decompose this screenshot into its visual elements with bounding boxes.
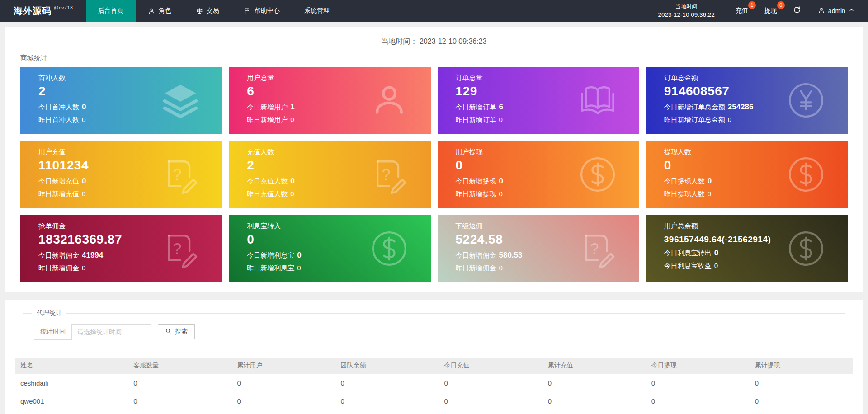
stat-card: 用户充值 1101234 今日新增充值0 昨日新增充值0 ? xyxy=(20,141,222,208)
stat-line-label: 今日新增佣金 xyxy=(456,251,496,259)
nav-item-trade[interactable]: 交易 xyxy=(184,0,231,22)
search-button[interactable]: 搜索 xyxy=(158,324,195,339)
user-icon xyxy=(818,7,825,15)
stat-line-value: 0 xyxy=(82,103,86,111)
user-icon xyxy=(368,80,410,121)
svg-text:?: ? xyxy=(382,166,390,183)
table-cell: 123777 xyxy=(15,410,128,414)
refresh-button[interactable] xyxy=(785,0,809,22)
table-row: 1237770000000 xyxy=(15,410,853,414)
svg-text:?: ? xyxy=(173,166,181,183)
overview-panel: 当地时间： 2023-12-10 09:36:23 商城统计 首冲人数 2 今日… xyxy=(5,27,863,292)
stat-line-value: 41994 xyxy=(82,251,103,259)
table-cell: 0 xyxy=(231,374,335,392)
withdraw-button[interactable]: 提现 0 xyxy=(756,0,785,22)
stat-line-value: 580.53 xyxy=(499,251,523,259)
table-cell: 0 xyxy=(231,392,335,410)
stat-card: 充值人数 2 今日充值人数0 昨日充值人数0 ? xyxy=(229,141,430,208)
stat-line-label: 今日利息宝转出 xyxy=(664,249,712,257)
stat-line-value: 0 xyxy=(297,264,301,272)
scales-icon xyxy=(196,7,203,15)
table-header-cell: 累计充值 xyxy=(542,358,646,374)
stat-line-value: 0 xyxy=(82,190,85,198)
stat-line-label: 今日首冲人数 xyxy=(38,103,79,111)
svg-text:?: ? xyxy=(590,240,599,257)
stat-card: 下级返佣 5224.58 今日新增佣金580.53 昨日新增佣金0 ? xyxy=(438,215,639,282)
agent-filter-row: 统计时间 搜索 xyxy=(34,324,840,340)
search-button-label: 搜索 xyxy=(175,328,188,336)
agent-stats-legend: 代理统计 xyxy=(32,309,66,317)
top-navbar: 海外源码 @cv718 后台首页角色交易帮助中心系统管理 当地时间 2023-1… xyxy=(0,0,868,22)
table-row: qwe0010000000 xyxy=(15,392,853,410)
stat-cards-grid: 首冲人数 2 今日首冲人数0 昨日首冲人数0 用户总量 6 今日新增用户1 昨日… xyxy=(20,67,848,282)
table-cell: 0 xyxy=(646,392,750,410)
user-menu[interactable]: admin xyxy=(809,0,868,22)
navbar-right: 当地时间 2023-12-10 09:36:22 充值 1 提现 0 admin xyxy=(646,0,868,22)
table-cell: 0 xyxy=(646,410,750,414)
navbar-local-time: 当地时间 2023-12-10 09:36:22 xyxy=(646,0,727,22)
agent-table-body: ceshidaili0000000qwe00100000001237770000… xyxy=(15,374,853,414)
doc-edit-icon: ? xyxy=(160,154,201,195)
stat-card: 订单总金额 914608567 今日新增订单总金额254286 昨日新增订单总金… xyxy=(646,67,848,134)
refresh-icon xyxy=(793,6,801,16)
dollar-coin-icon xyxy=(785,154,827,195)
stat-line-value: 6 xyxy=(499,103,503,111)
stat-card: 首冲人数 2 今日首冲人数0 昨日首冲人数0 xyxy=(20,67,222,134)
recharge-button[interactable]: 充值 1 xyxy=(727,0,756,22)
table-cell: 0 xyxy=(128,410,231,414)
withdraw-badge: 0 xyxy=(777,1,785,9)
table-cell: 0 xyxy=(335,374,439,392)
agent-table-head: 姓名客服数量累计用户团队余额今日充值累计充值今日提现累计提现 xyxy=(15,358,853,374)
brand-logo[interactable]: 海外源码 @cv718 xyxy=(0,0,86,22)
stat-line-value: 0 xyxy=(499,116,503,123)
table-header-cell: 今日充值 xyxy=(439,358,542,374)
nav-item-label: 帮助中心 xyxy=(255,7,280,15)
nav-item-help-center[interactable]: 帮助中心 xyxy=(231,0,292,22)
table-cell: 0 xyxy=(542,410,646,414)
table-cell: 0 xyxy=(128,392,231,410)
table-cell: 0 xyxy=(439,392,542,410)
brand-title: 海外源码 xyxy=(14,5,52,17)
stat-line-label: 昨日新增提现 xyxy=(456,190,496,198)
recharge-badge: 1 xyxy=(748,1,756,9)
stat-line-label: 今日新增提现 xyxy=(456,177,496,185)
table-header-cell: 客服数量 xyxy=(128,358,231,374)
table-cell: 0 xyxy=(750,410,853,414)
table-cell: qwe001 xyxy=(15,392,128,410)
table-cell: 0 xyxy=(335,392,439,410)
flag-icon xyxy=(244,7,251,15)
page-local-time-label: 当地时间： xyxy=(381,38,417,45)
user-name: admin xyxy=(828,7,845,14)
nav-item-label: 交易 xyxy=(207,7,219,15)
user-icon xyxy=(148,7,156,15)
nav-item-roles[interactable]: 角色 xyxy=(136,0,184,22)
stat-line-value: 0 xyxy=(290,190,294,198)
dollar-coin-icon xyxy=(785,228,827,269)
nav-item-label: 后台首页 xyxy=(98,7,123,15)
stat-line-label: 昨日新增佣金 xyxy=(456,264,496,272)
book-icon xyxy=(577,80,618,121)
stat-time-input[interactable] xyxy=(72,324,151,339)
stat-line-label: 昨日新增佣金 xyxy=(38,264,79,272)
stat-line-label: 今日充值人数 xyxy=(247,177,288,185)
nav-item-label: 角色 xyxy=(159,7,171,15)
stat-line-label: 昨日提现人数 xyxy=(664,190,705,198)
table-cell: ceshidaili xyxy=(15,374,128,392)
table-cell: 0 xyxy=(542,392,646,410)
dollar-coin-icon xyxy=(577,154,618,195)
nav-item-system[interactable]: 系统管理 xyxy=(292,0,342,22)
stat-card: 用户总量 6 今日新增用户1 昨日新增用户0 xyxy=(229,67,430,134)
stat-line-value: 0 xyxy=(82,116,85,123)
stat-line-label: 今日新增用户 xyxy=(247,103,288,111)
stat-card: 抢单佣金 183216369.87 今日新增佣金41994 昨日新增佣金0 ? xyxy=(20,215,222,282)
local-time-value: 2023-12-10 09:36:22 xyxy=(658,11,715,19)
table-cell: 0 xyxy=(542,374,646,392)
table-cell: 0 xyxy=(128,374,231,392)
nav-item-home[interactable]: 后台首页 xyxy=(86,0,136,22)
stat-line-value: 0 xyxy=(728,116,731,123)
nav-items: 后台首页角色交易帮助中心系统管理 xyxy=(86,0,342,22)
stat-line-value: 0 xyxy=(290,177,294,185)
stat-line-label: 昨日充值人数 xyxy=(247,190,288,198)
brand-subtitle: @cv718 xyxy=(54,5,73,10)
stat-card: 订单总量 129 今日新增订单6 昨日新增订单0 xyxy=(438,67,639,134)
